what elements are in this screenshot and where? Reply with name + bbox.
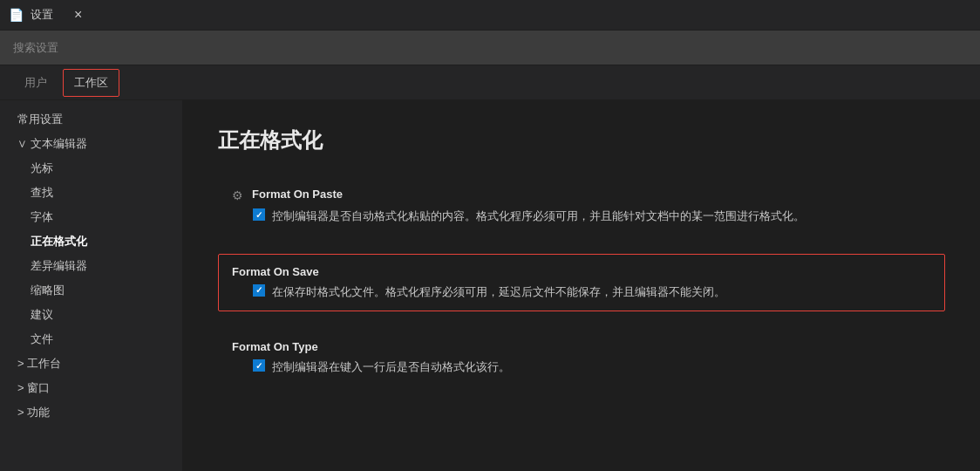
sidebar-item-features[interactable]: > 功能 <box>0 400 182 425</box>
search-input[interactable] <box>13 41 967 54</box>
content-area: 正在格式化 ⚙ Format On Paste 控制编辑器是否自动格式化粘贴的内… <box>183 100 980 471</box>
window-title: 设置 <box>31 7 53 23</box>
setting-row: 控制编辑器是否自动格式化粘贴的内容。格式化程序必须可用，并且能针对文档中的某一范… <box>232 208 931 225</box>
sidebar-item-suggest[interactable]: 建议 <box>0 303 182 327</box>
sidebar-item-common-settings[interactable]: 常用设置 <box>0 107 182 132</box>
sidebar: 常用设置 ∨ 文本编辑器 光标 查找 字体 正在格式化 差异编辑器 缩略图 建议… <box>0 100 183 471</box>
setting-description: 控制编辑器在键入一行后是否自动格式化该行。 <box>272 358 510 376</box>
sidebar-item-find[interactable]: 查找 <box>0 181 182 205</box>
setting-row: 在保存时格式化文件。格式化程序必须可用，延迟后文件不能保存，并且编辑器不能关闭。 <box>232 283 931 301</box>
setting-name: Format On Paste <box>252 188 343 201</box>
sidebar-item-files[interactable]: 文件 <box>0 327 182 352</box>
tab-workspace[interactable]: 工作区 <box>63 69 119 97</box>
sidebar-item-window[interactable]: > 窗口 <box>0 376 182 400</box>
sidebar-item-text-editor[interactable]: ∨ 文本编辑器 <box>0 132 182 156</box>
setting-name: Format On Type <box>232 340 318 353</box>
sidebar-item-font[interactable]: 字体 <box>0 205 182 229</box>
setting-format-on-type: Format On Type 控制编辑器在键入一行后是否自动格式化该行。 <box>218 329 945 387</box>
settings-file-icon: 📄 <box>9 8 24 22</box>
sidebar-item-cursor[interactable]: 光标 <box>0 156 182 181</box>
section-title: 正在格式化 <box>218 126 945 154</box>
setting-format-on-save: Format On Save 在保存时格式化文件。格式化程序必须可用，延迟后文件… <box>218 254 945 312</box>
sidebar-item-minimap[interactable]: 缩略图 <box>0 278 182 303</box>
setting-description: 控制编辑器是否自动格式化粘贴的内容。格式化程序必须可用，并且能针对文档中的某一范… <box>272 208 805 225</box>
close-button[interactable]: × <box>69 5 87 24</box>
gear-icon: ⚙ <box>232 188 243 202</box>
title-bar: 📄 设置 × <box>0 0 980 31</box>
tab-user[interactable]: 用户 <box>13 69 58 97</box>
setting-header: ⚙ Format On Paste <box>232 188 931 202</box>
sidebar-item-diff-editor[interactable]: 差异编辑器 <box>0 254 182 278</box>
sidebar-item-formatting[interactable]: 正在格式化 <box>0 229 182 254</box>
main-container: 常用设置 ∨ 文本编辑器 光标 查找 字体 正在格式化 差异编辑器 缩略图 建议… <box>0 100 980 471</box>
format-on-save-checkbox[interactable] <box>253 284 265 297</box>
setting-header: Format On Save <box>232 265 931 278</box>
setting-name: Format On Save <box>232 265 319 278</box>
setting-header: Format On Type <box>232 340 931 353</box>
format-on-paste-checkbox[interactable] <box>253 208 265 221</box>
search-bar <box>0 31 980 65</box>
setting-row: 控制编辑器在键入一行后是否自动格式化该行。 <box>232 358 931 376</box>
setting-description: 在保存时格式化文件。格式化程序必须可用，延迟后文件不能保存，并且编辑器不能关闭。 <box>272 283 725 301</box>
format-on-type-checkbox[interactable] <box>253 359 265 372</box>
tabs-bar: 用户 工作区 <box>0 65 980 100</box>
sidebar-item-workbench[interactable]: > 工作台 <box>0 352 182 376</box>
setting-format-on-paste: ⚙ Format On Paste 控制编辑器是否自动格式化粘贴的内容。格式化程… <box>218 176 945 236</box>
